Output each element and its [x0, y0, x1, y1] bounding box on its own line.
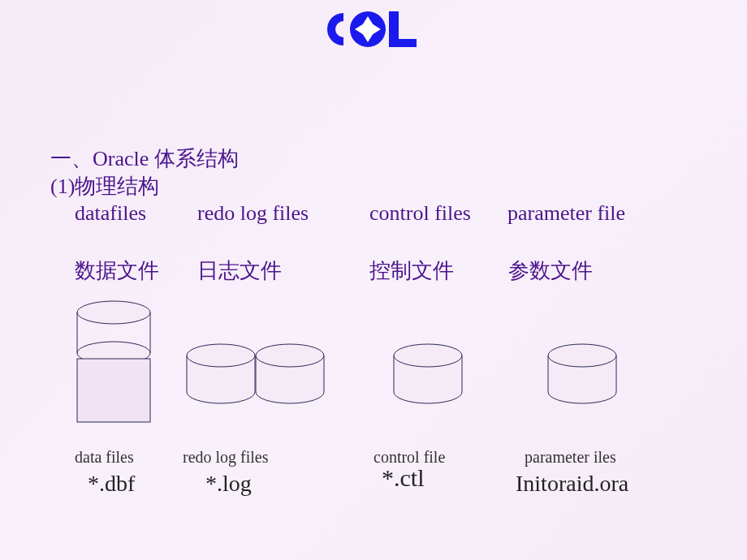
parameter-small-label: parameter iles [525, 448, 616, 467]
redolog-cylinder-icon [183, 343, 329, 416]
control-cylinder-icon [390, 343, 471, 416]
parameter-cylinder-icon [544, 343, 625, 416]
svg-rect-2 [389, 39, 417, 47]
datafiles-chinese: 数据文件 [75, 256, 159, 285]
datafiles-cylinder-icon [73, 300, 154, 430]
redolog-english: redo log files [197, 201, 309, 226]
heading-subtitle: (1)物理结构 [50, 172, 159, 200]
cylinder-diagrams [0, 307, 747, 429]
logo [321, 6, 426, 55]
parameter-english: parameter file [507, 201, 625, 226]
svg-point-11 [548, 344, 616, 367]
control-extension: *.ctl [382, 464, 425, 492]
svg-point-9 [256, 344, 324, 367]
redolog-small-label: redo log files [183, 448, 269, 467]
control-chinese: 控制文件 [369, 256, 454, 285]
datafiles-extension: *.dbf [88, 471, 135, 497]
datafiles-small-label: data files [75, 448, 134, 467]
parameter-chinese: 参数文件 [508, 256, 593, 285]
redolog-extension: *.log [205, 471, 252, 497]
svg-point-8 [187, 344, 255, 367]
datafiles-english: datafiles [75, 201, 146, 226]
redolog-chinese: 日志文件 [197, 256, 282, 285]
parameter-extension: Initoraid.ora [516, 471, 628, 497]
svg-point-3 [77, 301, 150, 324]
svg-point-10 [394, 344, 462, 367]
control-english: control files [369, 201, 471, 226]
svg-rect-7 [77, 359, 150, 422]
heading-title: 一、Oracle 体系结构 [50, 144, 239, 173]
